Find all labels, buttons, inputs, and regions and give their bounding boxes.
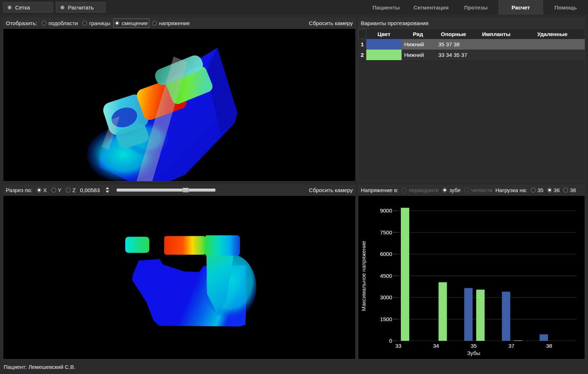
stress-option-periodontal[interactable]: периодонте: [402, 187, 439, 193]
row-number: 2: [358, 50, 366, 60]
col-header-row[interactable]: Ряд: [402, 29, 434, 39]
slider-track[interactable]: [117, 188, 216, 192]
main-area: Отобразить: подобласти границы смещение …: [0, 15, 588, 359]
load-option-36[interactable]: 36: [547, 187, 560, 193]
table-row[interactable]: 1 Нижний 35 37 38: [358, 39, 585, 50]
stress-controls: Напряжение в: периодонте зубе челюсти На…: [358, 184, 585, 195]
row-implants: [473, 50, 520, 60]
bar-35-series2: [476, 290, 485, 341]
x-axis-label: Зубы: [467, 350, 480, 356]
tooth-section-small: [125, 237, 149, 253]
status-bar: Пациент: Лемешевский С.В.: [0, 359, 588, 374]
variant-color-swatch: [366, 39, 402, 50]
row-jaw: Нижний: [402, 39, 434, 50]
radio-icon: [442, 188, 447, 192]
radio-label: челюсти: [471, 187, 492, 193]
variants-panel-header: Варианты протезирования: [358, 17, 585, 28]
y-tick-label: 0: [389, 338, 392, 344]
section-spinbox: [106, 187, 109, 193]
radio-label: 35: [537, 187, 544, 193]
variant-color-swatch: [366, 50, 402, 60]
col-header-removed[interactable]: Удаленные: [520, 29, 585, 39]
display-option-borders[interactable]: границы: [82, 20, 110, 26]
section-slider-handle[interactable]: [182, 188, 189, 192]
stress-label: Напряжение в:: [361, 187, 398, 193]
radio-icon: [464, 188, 469, 192]
radio-label: 38: [570, 187, 576, 193]
tab-patients[interactable]: Пациенты: [364, 0, 409, 15]
radio-icon: [531, 188, 536, 192]
y-tick-label: 1500: [380, 316, 392, 322]
radio-label: зубе: [449, 187, 461, 193]
tooth-section-right: [205, 235, 240, 256]
top-toolbar: ❋ Сетка ❋ Расчитать Пациенты Сегментация…: [0, 0, 588, 15]
load-option-35[interactable]: 35: [531, 187, 544, 193]
load-label: Нагрузка на:: [495, 187, 527, 193]
spin-up-icon[interactable]: [106, 187, 109, 189]
reset-camera-button-bottom[interactable]: Сбросить камеру: [309, 187, 353, 193]
x-tick-label: 38: [546, 343, 552, 349]
display-option-subdomains[interactable]: подобласти: [42, 20, 78, 26]
stress-bar-chart: 01500300045006000750090003334353738ЗубыМ…: [358, 196, 585, 359]
y-tick-label: 6000: [380, 251, 392, 257]
col-header-implants[interactable]: Импланты: [473, 29, 520, 39]
tab-segmentation[interactable]: Сегментация: [409, 0, 453, 15]
radio-label: 36: [554, 187, 560, 193]
tab-help[interactable]: Помощь: [543, 0, 588, 15]
x-tick-label: 37: [508, 343, 514, 349]
radio-icon: [82, 21, 87, 26]
table-corner-cell[interactable]: [358, 29, 366, 39]
radio-label: смещение: [122, 20, 148, 26]
radio-label: границы: [89, 20, 110, 26]
variants-title: Варианты протезирования: [361, 20, 429, 26]
axis-option-z[interactable]: Z: [66, 187, 76, 193]
section-2d-viewport[interactable]: [3, 195, 356, 359]
gear-icon: ❋: [60, 5, 65, 10]
section-slider[interactable]: [117, 187, 216, 192]
stress-option-jaw[interactable]: челюсти: [464, 187, 492, 193]
calculate-button[interactable]: ❋ Расчитать: [56, 2, 106, 13]
x-tick-label: 34: [433, 343, 439, 349]
load-option-38[interactable]: 38: [563, 187, 576, 193]
bar-33-series2: [401, 208, 409, 341]
row-supports: 33 34 35 37: [434, 50, 473, 60]
display-panel-header: Отобразить: подобласти границы смещение …: [3, 17, 356, 28]
tab-calculation[interactable]: Расчет: [498, 0, 543, 15]
main-tabs: Пациенты Сегментация Протезы Расчет Помо…: [364, 0, 588, 15]
model-3d-viewport[interactable]: [3, 28, 356, 182]
spin-down-icon[interactable]: [106, 191, 109, 193]
stress-option-tooth[interactable]: зубе: [442, 187, 461, 193]
section-2d-render: [3, 196, 355, 359]
radio-icon: [42, 21, 46, 26]
stress-chart-panel: Напряжение в: периодонте зубе челюсти На…: [358, 184, 585, 359]
x-tick-label: 33: [395, 343, 402, 349]
axis-option-y[interactable]: Y: [51, 187, 62, 193]
model-3d-panel: Отобразить: подобласти границы смещение …: [3, 17, 356, 182]
table-row[interactable]: 2 Нижний 33 34 35 37: [358, 50, 585, 60]
y-tick-label: 9000: [380, 207, 392, 214]
table-empty-area: [358, 60, 585, 181]
variants-panel: Варианты протезирования Цвет Ряд Опорные…: [358, 17, 585, 182]
row-number: 1: [358, 39, 366, 50]
col-header-color[interactable]: Цвет: [366, 29, 402, 39]
tab-prostheses[interactable]: Протезы: [453, 0, 498, 15]
bar-38-series1: [540, 334, 548, 341]
col-header-supports[interactable]: Опорные: [434, 29, 473, 39]
gear-icon: ❋: [7, 5, 12, 10]
y-tick-label: 4500: [380, 273, 392, 279]
axis-option-x[interactable]: X: [37, 187, 47, 193]
mesh-button-label: Сетка: [15, 4, 30, 11]
section-value[interactable]: 0,00583: [80, 187, 100, 193]
calculate-button-label: Расчитать: [68, 4, 94, 11]
bar-35-series1: [464, 288, 473, 341]
display-option-displacement[interactable]: смещение: [115, 20, 148, 26]
bridge-section-wide: [164, 236, 205, 254]
reset-camera-button-top[interactable]: Сбросить камеру: [309, 20, 353, 26]
row-jaw: Нижний: [402, 50, 434, 60]
radio-label: Y: [58, 187, 62, 193]
y-tick-label: 3000: [380, 294, 392, 300]
radio-icon: [37, 188, 42, 192]
display-option-stress[interactable]: напряжение: [152, 20, 190, 26]
mesh-button[interactable]: ❋ Сетка: [3, 2, 53, 13]
stress-chart-viewport: 01500300045006000750090003334353738ЗубыМ…: [358, 195, 585, 359]
